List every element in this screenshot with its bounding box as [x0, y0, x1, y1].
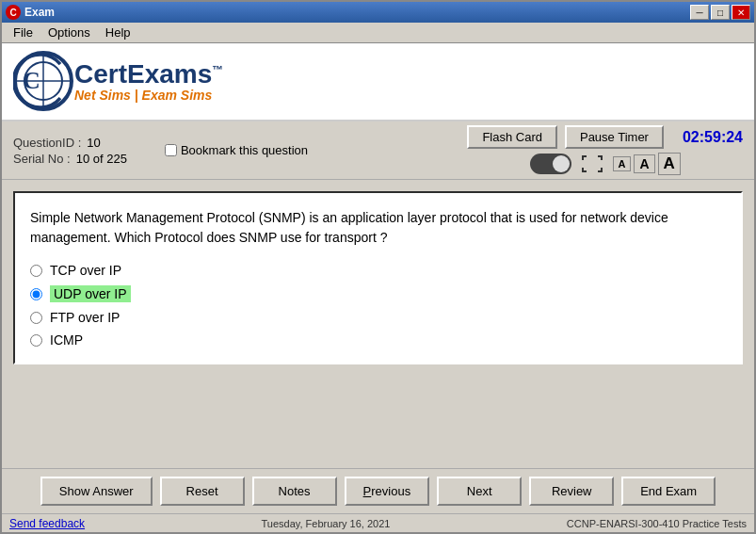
bottom-controls-row: A A A	[530, 153, 681, 175]
reset-label: Reset	[186, 484, 218, 498]
show-answer-label: Show Answer	[59, 484, 134, 498]
font-large-button[interactable]: A	[658, 153, 681, 175]
footer-buttons: Show Answer Reset Notes Previous Next Re…	[2, 468, 754, 513]
menu-file[interactable]: File	[6, 24, 40, 41]
status-bar: Send feedback Tuesday, February 16, 2021…	[2, 513, 754, 532]
logo-section: C CertExams™ Net Sims | Exam Sims	[2, 43, 754, 121]
title-bar: C Exam ─ □ ✕	[2, 2, 754, 23]
option-2-label[interactable]: UDP over IP	[50, 285, 131, 302]
question-box: Simple Network Management Protocol (SNMP…	[13, 191, 743, 364]
center-controls: Flash Card Pause Timer 02:59:24	[467, 125, 743, 175]
toggle-switch[interactable]	[530, 154, 571, 174]
font-size-controls: A A A	[613, 153, 681, 175]
serial-no-label: Serial No :	[13, 152, 71, 166]
question-id-row: QuestionID : 10	[13, 136, 127, 150]
option-4-label[interactable]: ICMP	[50, 332, 83, 348]
end-exam-button[interactable]: End Exam	[621, 477, 716, 506]
option-1-label[interactable]: TCP over IP	[50, 263, 121, 278]
serial-no-value: 10 of 225	[76, 152, 127, 166]
option-3[interactable]: FTP over IP	[30, 310, 726, 325]
menu-help[interactable]: Help	[98, 24, 138, 41]
option-3-label[interactable]: FTP over IP	[50, 310, 120, 325]
previous-button[interactable]: Previous	[345, 477, 430, 506]
title-bar-controls: ─ □ ✕	[690, 5, 750, 20]
option-2-radio[interactable]	[30, 288, 42, 300]
previous-label: Previous	[363, 484, 411, 498]
menu-bar: File Options Help	[2, 23, 754, 43]
end-exam-label: End Exam	[640, 484, 697, 498]
toggle-knob	[553, 155, 570, 172]
window-title: Exam	[24, 6, 55, 19]
option-1-radio[interactable]	[30, 265, 42, 277]
title-bar-left: C Exam	[6, 5, 55, 20]
question-area: Simple Network Management Protocol (SNMP…	[2, 180, 754, 468]
question-id-value: 10	[87, 136, 100, 150]
status-exam: CCNP-ENARSI-300-410 Practice Tests	[567, 518, 747, 529]
flash-card-button[interactable]: Flash Card	[467, 125, 557, 149]
pause-timer-button[interactable]: Pause Timer	[565, 125, 664, 149]
bookmark-label[interactable]: Bookmark this question	[181, 143, 308, 157]
show-answer-button[interactable]: Show Answer	[40, 477, 153, 506]
font-small-button[interactable]: A	[613, 156, 632, 171]
cert-text: Cert	[74, 59, 127, 89]
close-button[interactable]: ✕	[732, 5, 750, 20]
option-1[interactable]: TCP over IP	[30, 263, 726, 278]
logo-container: C CertExams™ Net Sims | Exam Sims	[13, 51, 743, 112]
fullscreen-icon[interactable]	[579, 154, 605, 174]
logo-text: CertExams™ Net Sims | Exam Sims	[74, 61, 223, 103]
options-list: TCP over IP UDP over IP FTP over IP ICMP	[30, 263, 726, 348]
maximize-button[interactable]: □	[711, 5, 730, 20]
next-label: Next	[467, 484, 492, 498]
tagline: Net Sims | Exam Sims	[74, 88, 223, 103]
option-2[interactable]: UDP over IP	[30, 285, 726, 302]
app-icon: C	[6, 5, 21, 20]
top-btn-row: Flash Card Pause Timer 02:59:24	[467, 125, 743, 149]
question-id-label: QuestionID :	[13, 136, 81, 150]
font-medium-button[interactable]: A	[634, 154, 654, 173]
main-window: C Exam ─ □ ✕ File Options Help C	[0, 0, 756, 534]
review-button[interactable]: Review	[529, 477, 614, 506]
reset-button[interactable]: Reset	[160, 477, 245, 506]
status-date: Tuesday, February 16, 2021	[261, 518, 390, 529]
logo-svg: C	[13, 51, 74, 112]
notes-label: Notes	[279, 484, 311, 498]
send-feedback-link[interactable]: Send feedback	[9, 517, 85, 530]
svg-text:C: C	[23, 67, 40, 94]
serial-no-row: Serial No : 10 of 225	[13, 152, 127, 166]
bookmark-checkbox[interactable]	[165, 144, 177, 156]
review-label: Review	[552, 484, 592, 498]
cert-logo: C	[13, 51, 74, 112]
minimize-button[interactable]: ─	[690, 5, 709, 20]
cert-exams-heading: CertExams™	[74, 61, 223, 88]
bookmark-area: Bookmark this question	[165, 143, 308, 157]
next-button[interactable]: Next	[437, 477, 522, 506]
timer-display: 02:59:24	[683, 129, 743, 146]
exams-text: Exams	[127, 59, 212, 89]
question-meta: QuestionID : 10 Serial No : 10 of 225	[13, 136, 127, 166]
notes-button[interactable]: Notes	[252, 477, 337, 506]
option-4[interactable]: ICMP	[30, 332, 726, 348]
option-4-radio[interactable]	[30, 334, 42, 347]
info-bar: QuestionID : 10 Serial No : 10 of 225 Bo…	[2, 121, 754, 180]
tm-symbol: ™	[212, 62, 223, 75]
question-text: Simple Network Management Protocol (SNMP…	[30, 208, 726, 248]
option-3-radio[interactable]	[30, 312, 42, 324]
menu-options[interactable]: Options	[40, 24, 98, 41]
